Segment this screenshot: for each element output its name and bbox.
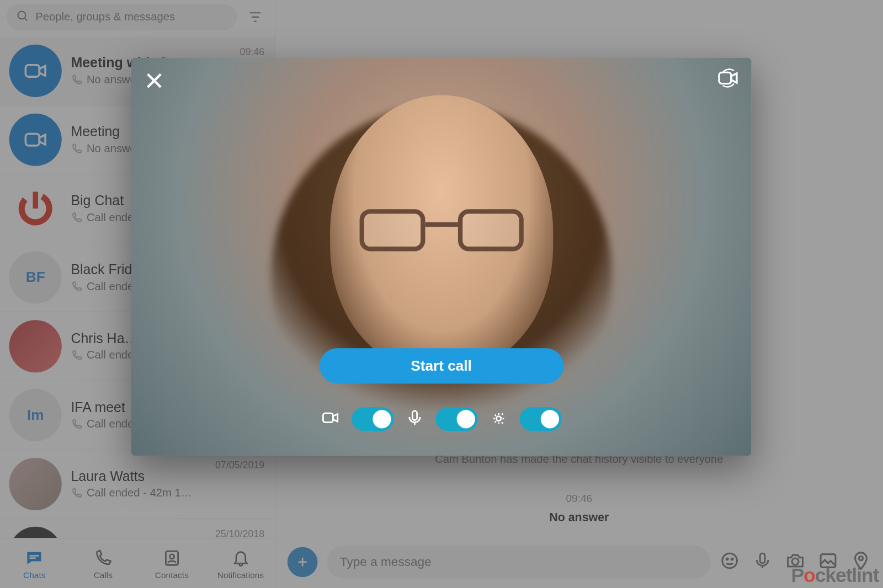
- camera-preview-glasses: [359, 209, 523, 255]
- close-icon: [143, 70, 165, 92]
- watermark-text: P: [791, 564, 804, 586]
- svg-rect-17: [719, 72, 731, 83]
- svg-rect-19: [412, 411, 417, 420]
- mic-toggle[interactable]: [435, 407, 477, 431]
- switch-camera-button[interactable]: [717, 67, 740, 92]
- call-toggles: [321, 407, 561, 431]
- call-preview-modal: Start call: [131, 58, 752, 456]
- video-icon: [321, 409, 339, 430]
- start-call-button[interactable]: Start call: [319, 348, 563, 383]
- watermark: Pocketlint: [791, 564, 879, 586]
- svg-point-20: [496, 416, 501, 421]
- watermark-o: o: [804, 564, 815, 586]
- video-toggle[interactable]: [352, 407, 393, 431]
- watermark-text: cketlint: [815, 564, 879, 586]
- blur-toggle[interactable]: [519, 407, 561, 431]
- close-button[interactable]: [143, 70, 165, 94]
- start-call-label: Start call: [411, 357, 472, 375]
- blur-icon: [489, 409, 507, 430]
- svg-rect-18: [323, 413, 333, 423]
- flip-camera-icon: [717, 67, 740, 89]
- mic-icon: [405, 409, 423, 430]
